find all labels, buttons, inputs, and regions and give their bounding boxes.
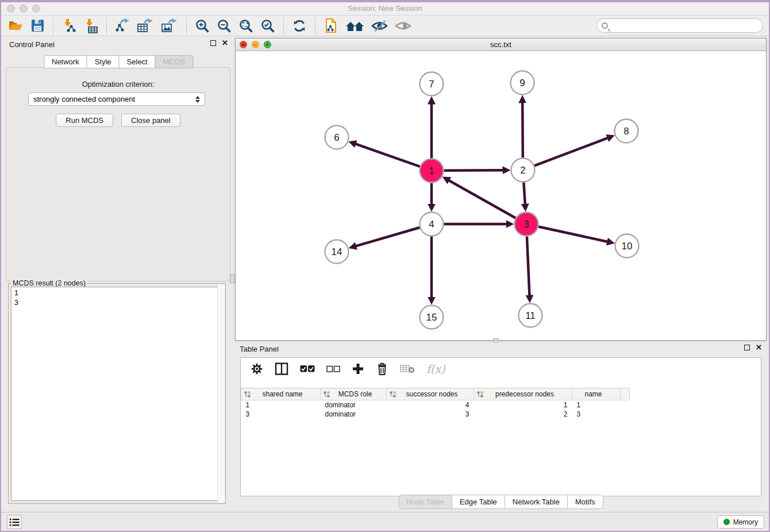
node-3[interactable]: 3 xyxy=(515,213,538,236)
search-input[interactable] xyxy=(611,21,758,30)
network-graph[interactable]: 7968124314101511 xyxy=(236,51,766,340)
network-canvas[interactable]: 7968124314101511 xyxy=(236,51,766,340)
mcds-result-group: MCDS result (2 nodes) 13 xyxy=(8,283,226,504)
edge-3-1[interactable] xyxy=(449,180,515,218)
delete-columns-button[interactable] xyxy=(373,361,391,377)
svg-text:7: 7 xyxy=(429,79,434,90)
table-settings-button[interactable] xyxy=(248,361,266,376)
table-cell[interactable]: 3 xyxy=(241,410,321,419)
edge-1-2[interactable] xyxy=(444,170,503,171)
open-session-button[interactable] xyxy=(5,17,27,34)
zoom-out-button[interactable] xyxy=(213,17,235,34)
tab-edge-table[interactable]: Edge Table xyxy=(452,495,505,508)
import-table-button[interactable] xyxy=(80,17,102,34)
node-6[interactable]: 6 xyxy=(325,126,349,149)
float-panel-icon[interactable] xyxy=(210,40,216,46)
node-15[interactable]: 15 xyxy=(420,306,444,329)
criterion-dropdown[interactable]: strongly connected component xyxy=(28,92,205,106)
column-header-name[interactable]: name xyxy=(572,388,621,400)
network-window-titlebar[interactable]: ✕ − + scc.txt xyxy=(236,38,766,51)
tab-network[interactable]: Network xyxy=(44,55,87,68)
memory-button[interactable]: Memory xyxy=(717,515,764,529)
table-row[interactable]: 1dominator411 xyxy=(241,400,630,410)
deselect-all-columns-button[interactable] xyxy=(324,364,343,374)
function-builder-button[interactable]: f(x) xyxy=(424,361,448,376)
column-header-MCDS-role[interactable]: MCDS role xyxy=(321,388,387,400)
panel-divider[interactable] xyxy=(232,37,234,508)
table-row[interactable]: 3dominator323 xyxy=(241,410,630,419)
graph-edges xyxy=(356,102,608,297)
export-image-button[interactable] xyxy=(157,17,182,34)
save-session-button[interactable] xyxy=(27,17,48,34)
column-header-predecessor-nodes[interactable]: predecessor nodes xyxy=(474,388,572,400)
tab-select[interactable]: Select xyxy=(119,55,156,68)
table-cell[interactable]: dominator xyxy=(321,400,387,410)
network-view-window: ✕ − + scc.txt 7968124314101511 xyxy=(235,38,767,341)
close-panel-icon[interactable]: ✕ xyxy=(222,40,228,46)
table-cell[interactable]: 3 xyxy=(572,410,621,419)
export-network-icon xyxy=(115,18,130,33)
control-panel-tabs: NetworkStyleSelectMCDS xyxy=(44,55,193,68)
create-column-button[interactable] xyxy=(349,361,367,376)
node-1[interactable]: 1 xyxy=(420,159,444,183)
svg-text:3: 3 xyxy=(523,219,529,230)
first-neighbors-button[interactable] xyxy=(342,18,368,34)
export-network-button[interactable] xyxy=(111,17,133,34)
delete-table-button[interactable] xyxy=(397,363,418,375)
divider-handle[interactable] xyxy=(230,274,235,283)
select-all-columns-button[interactable] xyxy=(297,364,318,374)
task-history-button[interactable] xyxy=(7,515,22,529)
node-2[interactable]: 2 xyxy=(511,159,535,182)
export-table-button[interactable] xyxy=(133,17,157,34)
tab-node-table[interactable]: Node Table xyxy=(399,495,452,508)
edge-2-3[interactable] xyxy=(523,182,525,204)
result-scrollbar[interactable] xyxy=(217,284,225,503)
tab-network-table[interactable]: Network Table xyxy=(505,495,567,508)
table-cell[interactable]: 1 xyxy=(474,400,572,410)
node-8[interactable]: 8 xyxy=(615,119,638,143)
column-type-icon xyxy=(244,391,251,398)
column-header-shared-name[interactable]: shared name xyxy=(241,388,321,400)
zoom-selected-button[interactable] xyxy=(257,17,279,34)
zoom-in-button[interactable] xyxy=(191,17,213,34)
node-9[interactable]: 9 xyxy=(511,71,534,95)
table-cell[interactable]: 1 xyxy=(572,400,621,410)
edge-3-11[interactable] xyxy=(527,236,530,295)
edge-2-9[interactable] xyxy=(522,102,523,157)
close-panel-button[interactable]: Close panel xyxy=(121,114,180,127)
show-columns-button[interactable] xyxy=(272,361,291,376)
svg-text:11: 11 xyxy=(525,310,536,321)
run-mcds-button[interactable]: Run MCDS xyxy=(56,114,113,127)
node-4[interactable]: 4 xyxy=(420,213,444,236)
show-all-button[interactable] xyxy=(391,17,415,34)
tab-mcds[interactable]: MCDS xyxy=(155,55,193,68)
tab-motifs[interactable]: Motifs xyxy=(567,495,603,508)
tab-style[interactable]: Style xyxy=(87,55,120,68)
search-box[interactable] xyxy=(596,18,763,33)
close-table-panel-icon[interactable]: ✕ xyxy=(756,345,762,350)
session-title: Session: New Session xyxy=(1,4,769,13)
mcds-result-text[interactable]: 13 xyxy=(11,287,223,501)
edge-1-6[interactable] xyxy=(356,144,420,166)
node-11[interactable]: 11 xyxy=(519,304,542,327)
clone-network-button[interactable] xyxy=(320,17,342,34)
node-14[interactable]: 14 xyxy=(325,240,349,264)
zoom-fit-button[interactable] xyxy=(235,17,257,34)
table-cell[interactable]: 4 xyxy=(387,400,474,410)
edge-2-8[interactable] xyxy=(534,138,608,165)
node-10[interactable]: 10 xyxy=(615,234,639,258)
table-cell[interactable]: 3 xyxy=(387,410,474,419)
node-table: shared nameMCDS rolesuccessor nodesprede… xyxy=(241,388,630,419)
table-cell[interactable]: 1 xyxy=(241,400,321,410)
hide-selected-button[interactable] xyxy=(368,17,391,34)
refresh-button[interactable] xyxy=(288,17,310,34)
table-cell[interactable]: dominator xyxy=(321,410,387,419)
table-cell[interactable]: 2 xyxy=(474,410,572,419)
import-network-button[interactable] xyxy=(58,17,80,34)
refresh-icon xyxy=(292,18,307,33)
float-table-panel-icon[interactable] xyxy=(744,345,750,350)
column-header-successor-nodes[interactable]: successor nodes xyxy=(387,388,474,400)
edge-4-14[interactable] xyxy=(356,228,419,246)
node-7[interactable]: 7 xyxy=(420,72,444,96)
edge-3-10[interactable] xyxy=(538,227,607,242)
